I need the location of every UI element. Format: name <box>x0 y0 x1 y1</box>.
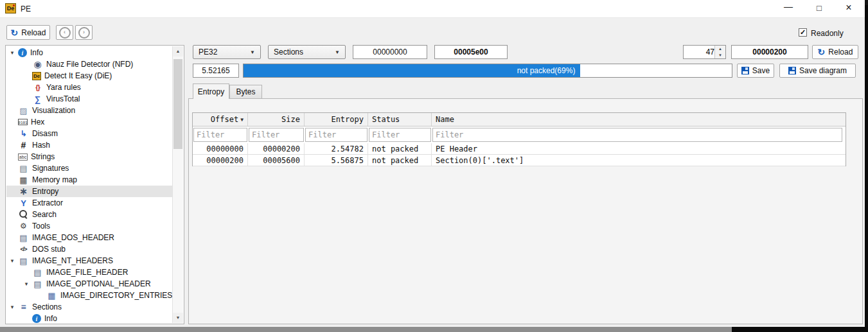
scroll-up-icon[interactable]: ▲ <box>173 46 183 57</box>
sidebar-item-image-dos-header[interactable]: ▤IMAGE_DOS_HEADER <box>6 232 172 243</box>
scrollbar-thumb[interactable] <box>173 59 182 149</box>
save-button[interactable]: Save <box>737 64 774 78</box>
sidebar-item-label: Hex <box>31 118 44 127</box>
maximize-icon[interactable]: □ <box>810 0 829 17</box>
sidebar-item-image-directory-entries[interactable]: ▦IMAGE_DIRECTORY_ENTRIES <box>6 290 172 301</box>
sidebar-item-label: IMAGE_OPTIONAL_HEADER <box>46 279 151 288</box>
sidebar-scrollbar[interactable]: ▲ ▼ <box>172 46 183 323</box>
sidebar-item-extractor[interactable]: YExtractor <box>6 197 172 209</box>
regions-table: Offset▼SizeEntropyStatusName 00000000000… <box>192 112 846 166</box>
expander-icon[interactable]: ▾ <box>21 281 32 287</box>
scroll-down-icon[interactable]: ▼ <box>173 313 183 323</box>
sidebar-item-memory-map[interactable]: ▦Memory map <box>6 174 172 186</box>
sidebar-item-info[interactable]: ▾iInfo <box>6 47 172 58</box>
column-header-name[interactable]: Name <box>432 113 843 126</box>
filter-input-name[interactable] <box>432 128 842 142</box>
expander-icon[interactable]: ▾ <box>6 49 18 56</box>
table-cell: 5.56875 <box>305 155 368 166</box>
table-row[interactable]: 00000200000056005.56875not packedSection… <box>193 155 846 166</box>
table-cell: 00000000 <box>193 143 248 154</box>
stepper-down-icon[interactable]: ▼ <box>715 52 725 58</box>
close-icon[interactable]: × <box>839 0 858 17</box>
reload-button[interactable]: Reload <box>6 25 50 40</box>
sidebar-item-visualization[interactable]: ▨Visualization <box>6 105 172 116</box>
sidebar-item-label: Nauz File Detector (NFD) <box>46 60 133 69</box>
sidebar-item-nauz-file-detector-nfd[interactable]: ◉Nauz File Detector (NFD) <box>6 58 172 70</box>
sidebar-item-disasm[interactable]: ↳Disasm <box>6 128 172 139</box>
sidebar-item-label: Sections <box>32 302 62 311</box>
tools-icon: ⚙ <box>18 221 29 231</box>
sidebar-item-entropy[interactable]: ∗Entropy <box>6 186 172 197</box>
tab-bytes[interactable]: Bytes <box>229 85 262 99</box>
offset-field[interactable] <box>353 45 427 59</box>
readonly-checkbox[interactable] <box>799 28 807 37</box>
hex-icon: 0101 <box>18 119 28 125</box>
struct-icon: ▤ <box>32 279 43 289</box>
forward-icon: › <box>78 27 90 39</box>
table-cell: not packed <box>368 155 432 166</box>
table-header-row: Offset▼SizeEntropyStatusName <box>193 113 846 127</box>
expander-icon[interactable]: ▾ <box>6 304 18 310</box>
tab-entropy[interactable]: Entropy <box>193 83 229 99</box>
table-row[interactable]: 00000000000002002.54782not packedPE Head… <box>193 143 846 155</box>
sidebar-item-search[interactable]: Search <box>6 209 172 220</box>
entropy-reload-button[interactable]: Reload <box>812 45 858 59</box>
sidebar-item-virustotal[interactable]: ∑VirusTotal <box>6 93 172 105</box>
expander-icon[interactable]: ▾ <box>6 258 18 264</box>
total-entropy-field[interactable] <box>193 64 239 78</box>
block-count-stepper[interactable]: ▲ ▼ <box>683 45 726 59</box>
back-icon: ‹ <box>59 27 71 39</box>
save-button-label: Save <box>752 66 770 75</box>
filter-input-status[interactable] <box>369 128 431 142</box>
region-type-select[interactable]: Sections ▼ <box>268 45 346 59</box>
back-button[interactable]: ‹ <box>56 25 73 40</box>
memory-map-icon: ▦ <box>18 175 29 185</box>
virustotal-icon: ∑ <box>32 94 43 104</box>
struct-icon: ▤ <box>18 232 29 243</box>
chevron-down-icon: ▼ <box>250 49 255 55</box>
sidebar-item-hex[interactable]: 0101Hex <box>6 116 172 128</box>
save-icon <box>741 67 749 74</box>
readonly-label: Readonly <box>811 29 844 38</box>
sidebar-item-label: Info <box>30 48 43 57</box>
block-size-field[interactable] <box>731 45 808 59</box>
stepper-buttons: ▲ ▼ <box>714 46 725 58</box>
table-cell: 00000200 <box>248 143 305 154</box>
sidebar-item-tools[interactable]: ⚙Tools <box>6 220 172 232</box>
strings-icon: abc <box>18 153 28 161</box>
sidebar-item-image-nt-headers[interactable]: ▾▤IMAGE_NT_HEADERS <box>6 255 172 266</box>
sidebar-item-hash[interactable]: #Hash <box>6 139 172 151</box>
sidebar-item-label: Info <box>44 314 57 323</box>
packed-status-fill: not packed(69%) <box>244 64 580 77</box>
column-header-status[interactable]: Status <box>368 113 432 126</box>
sidebar-item-signatures[interactable]: ▤Signatures <box>6 162 172 174</box>
forward-button[interactable]: › <box>75 25 93 40</box>
filter-input-entropy[interactable] <box>305 128 368 142</box>
table-cell: 00005600 <box>248 155 305 166</box>
sidebar-item-image-optional-header[interactable]: ▾▤IMAGE_OPTIONAL_HEADER <box>6 278 172 290</box>
sidebar-item-info[interactable]: iInfo <box>6 313 172 323</box>
minimize-icon[interactable]: — <box>779 0 798 17</box>
save-diagram-button[interactable]: Save diagram <box>779 64 856 78</box>
filter-input-offset[interactable] <box>193 128 247 142</box>
sidebar-item-image-file-header[interactable]: ▤IMAGE_FILE_HEADER <box>6 266 172 278</box>
sidebar-item-label: Memory map <box>32 175 77 184</box>
sidebar-item-label: Signatures <box>32 164 69 173</box>
column-header-offset[interactable]: Offset▼ <box>193 113 248 126</box>
table-filter-row <box>193 127 846 143</box>
directory-icon: ▦ <box>46 290 57 301</box>
size-field[interactable] <box>434 45 508 59</box>
column-header-entropy[interactable]: Entropy <box>305 113 368 126</box>
sidebar-item-label: Visualization <box>32 106 75 115</box>
block-count-input[interactable] <box>684 46 716 58</box>
sidebar-item-sections[interactable]: ▾≡Sections <box>6 301 172 313</box>
sidebar-item-yara-rules[interactable]: {}Yara rules <box>6 82 172 93</box>
app-icon: De <box>5 3 16 13</box>
filter-input-size[interactable] <box>249 128 304 142</box>
table-cell: PE Header <box>432 143 843 154</box>
sidebar-item-detect-it-easy-die[interactable]: DeDetect It Easy (DiE) <box>6 70 172 82</box>
sidebar-item-dos-stub[interactable]: </>DOS stub <box>6 243 172 255</box>
file-mode-select[interactable]: PE32 ▼ <box>193 45 261 59</box>
sidebar-item-strings[interactable]: abcStrings <box>6 151 172 162</box>
column-header-size[interactable]: Size <box>248 113 305 126</box>
